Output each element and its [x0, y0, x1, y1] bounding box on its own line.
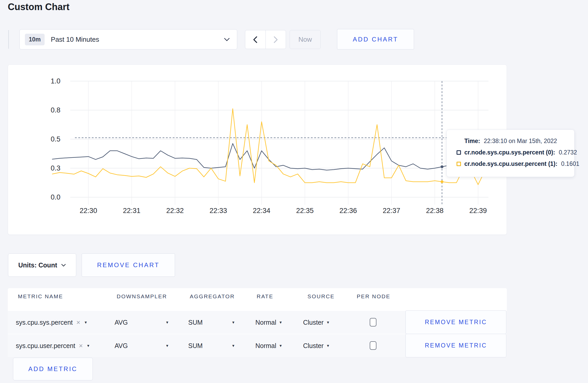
series-user-swatch-icon [457, 162, 461, 166]
downsampler-select[interactable]: AVG [115, 311, 128, 334]
series-line-0 [52, 144, 485, 170]
caret-down-icon: ▼ [86, 344, 90, 348]
now-button[interactable]: Now [290, 30, 321, 49]
x-axis-label: 22:35 [296, 207, 314, 215]
chevron-down-icon [224, 38, 230, 41]
time-window-label: Past 10 Minutes [51, 36, 99, 44]
add-chart-button[interactable]: ADD CHART [337, 29, 414, 49]
x-axis-label: 22:30 [80, 207, 97, 215]
col-header-metric-name: METRIC NAME [18, 293, 63, 300]
y-axis-label: 0.5 [51, 135, 60, 143]
metric-name-select[interactable]: sys.cpu.user.percent × ▼ [16, 334, 90, 357]
caret-down-icon[interactable]: ▼ [232, 311, 235, 334]
caret-down-icon: ▼ [326, 320, 330, 324]
metric-name-select[interactable]: sys.cpu.sys.percent × ▼ [16, 311, 88, 334]
time-window-dropdown[interactable]: 10m Past 10 Minutes [19, 29, 237, 49]
caret-down-icon[interactable]: ▼ [232, 334, 235, 357]
time-next-button[interactable] [266, 30, 286, 49]
rate-select[interactable]: Normal ▼ [255, 311, 282, 334]
add-metric-button[interactable]: ADD METRIC [13, 358, 93, 380]
source-select[interactable]: Cluster ▼ [303, 334, 330, 357]
x-axis-label: 22:33 [209, 207, 227, 215]
units-dropdown-label: Units: Count [18, 261, 57, 269]
tooltip-series-row: cr.node.sys.cpu.sys.percent (0): 0.2732 [457, 149, 569, 156]
tooltip-time-value: 22:38:10 on Mar 15th, 2022 [484, 138, 557, 145]
per-node-checkbox[interactable] [370, 341, 376, 350]
tooltip-series-label: cr.node.sys.cpu.user.percent (1): [464, 160, 557, 167]
col-header-aggregator: AGGREGATOR [190, 293, 235, 300]
units-dropdown[interactable]: Units: Count [8, 253, 76, 277]
clear-metric-icon[interactable]: × [79, 342, 83, 349]
x-axis-label: 22:38 [426, 207, 444, 215]
tooltip-series-value: 0.2732 [559, 149, 577, 156]
col-header-rate: RATE [257, 293, 273, 300]
downsampler-select[interactable]: AVG [115, 334, 128, 357]
tooltip-series-row: cr.node.sys.cpu.user.percent (1): 0.1601 [457, 160, 569, 167]
tooltip-time-row: Time: 22:38:10 on Mar 15th, 2022 [457, 138, 569, 145]
col-header-per-node: PER NODE [357, 293, 390, 300]
x-axis-label: 22:31 [123, 207, 141, 215]
remove-metric-button[interactable]: REMOVE METRIC [405, 334, 506, 357]
y-axis-label: 0.0 [51, 193, 60, 201]
clear-metric-icon[interactable]: × [76, 319, 80, 326]
source-select[interactable]: Cluster ▼ [303, 311, 330, 334]
page-title: Custom Chart [8, 2, 69, 12]
x-axis-label: 22:39 [469, 207, 487, 215]
y-axis-label: 0.3 [51, 164, 60, 172]
chart-canvas[interactable]: 1.00.80.50.30.022:3022:3122:3222:3322:34… [8, 65, 507, 235]
caret-down-icon: ▼ [279, 344, 283, 348]
tooltip-series-value: 0.1601 [561, 160, 579, 167]
chart-card: 1.00.80.50.30.022:3022:3122:3222:3322:34… [8, 65, 507, 235]
time-window-badge: 10m [25, 34, 45, 45]
time-prev-button[interactable] [245, 30, 266, 49]
metric-name-value: sys.cpu.sys.percent [16, 319, 73, 326]
tooltip-time-label: Time: [464, 138, 480, 145]
x-axis-label: 22:34 [253, 207, 270, 215]
chevron-right-icon [274, 36, 278, 43]
x-axis-label: 22:32 [166, 207, 184, 215]
chevron-left-icon [253, 36, 257, 43]
toolbar-divider [8, 30, 9, 49]
metric-name-value: sys.cpu.user.percent [16, 342, 75, 350]
y-axis-label: 0.8 [51, 106, 60, 114]
caret-down-icon[interactable]: ▼ [165, 334, 169, 357]
x-axis-label: 22:36 [339, 207, 357, 215]
chevron-down-icon [61, 264, 66, 267]
chart-tooltip: Time: 22:38:10 on Mar 15th, 2022 cr.node… [446, 130, 575, 177]
crosshair-point-1 [440, 180, 443, 183]
source-value: Cluster [303, 342, 324, 350]
rate-value: Normal [255, 342, 276, 350]
aggregator-select[interactable]: SUM [188, 334, 203, 357]
rate-select[interactable]: Normal ▼ [255, 334, 282, 357]
source-value: Cluster [303, 319, 324, 326]
metrics-table: METRIC NAME DOWNSAMPLER AGGREGATOR RATE … [8, 288, 507, 357]
remove-metric-button[interactable]: REMOVE METRIC [405, 310, 506, 334]
caret-down-icon: ▼ [279, 320, 283, 324]
metric-row: sys.cpu.user.percent × ▼ AVG ▼ SUM ▼ Nor… [8, 334, 507, 357]
x-axis-label: 22:37 [383, 207, 400, 215]
y-axis-label: 1.0 [51, 77, 60, 85]
caret-down-icon: ▼ [326, 344, 330, 348]
crosshair-point-0 [440, 165, 443, 168]
caret-down-icon[interactable]: ▼ [165, 311, 169, 334]
caret-down-icon: ▼ [84, 320, 88, 324]
series-sys-swatch-icon [457, 150, 461, 155]
time-nav-group [245, 30, 286, 49]
col-header-source: SOURCE [307, 293, 335, 300]
metric-row: sys.cpu.sys.percent × ▼ AVG ▼ SUM ▼ Norm… [8, 311, 507, 334]
col-header-downsampler: DOWNSAMPLER [117, 293, 167, 300]
tooltip-series-label: cr.node.sys.cpu.sys.percent (0): [464, 149, 555, 156]
rate-value: Normal [255, 319, 276, 326]
aggregator-select[interactable]: SUM [188, 311, 203, 334]
custom-chart-page: Custom Chart 10m Past 10 Minutes Now ADD… [0, 0, 588, 383]
per-node-checkbox[interactable] [370, 318, 376, 327]
remove-chart-button[interactable]: REMOVE CHART [82, 253, 175, 277]
series-line-1 [52, 109, 485, 185]
